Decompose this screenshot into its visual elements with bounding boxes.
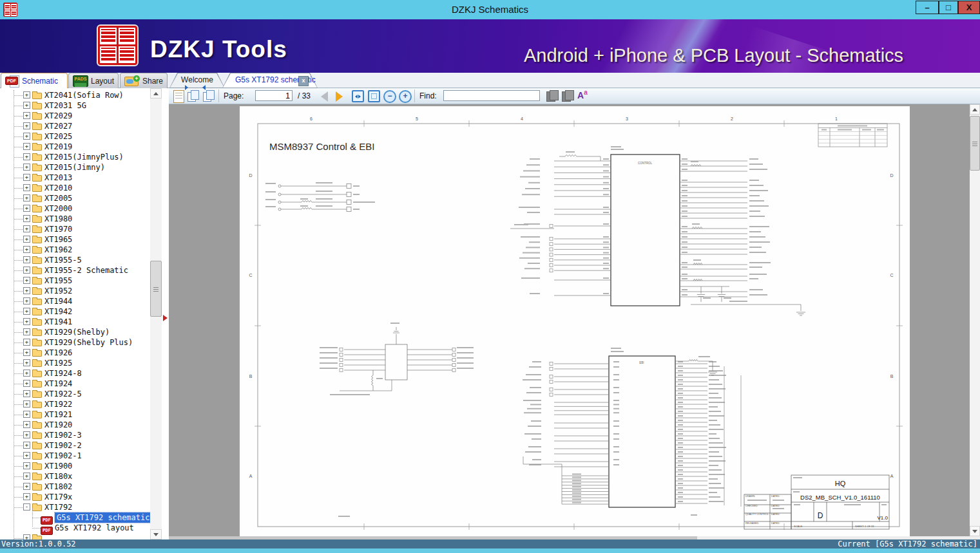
scroll-down-icon[interactable]	[150, 529, 162, 539]
fit-page-icon[interactable]	[368, 90, 380, 102]
tree-item-folder[interactable]: +XT1900	[0, 461, 150, 471]
expand-icon[interactable]: +	[23, 153, 30, 160]
tree-item-folder[interactable]: +XT2010	[0, 183, 150, 193]
tree-item-folder[interactable]: +XT1955-5	[0, 255, 150, 265]
expand-icon[interactable]: +	[23, 287, 30, 294]
expand-icon[interactable]: +	[23, 236, 30, 243]
expand-icon[interactable]: +	[23, 205, 30, 212]
tab-schematic[interactable]: PDF Schematic	[1, 73, 68, 88]
tree-item-folder[interactable]: +XT2019	[0, 142, 150, 152]
expand-icon[interactable]: +	[23, 442, 30, 449]
tree-item-folder[interactable]: +XT1944	[0, 296, 150, 306]
tree-item-folder[interactable]: +XT1902-1	[0, 451, 150, 461]
maximize-button[interactable]: □	[939, 1, 958, 14]
expand-icon[interactable]: +	[23, 122, 30, 129]
tree-item-folder[interactable]: +XT1925	[0, 358, 150, 368]
expand-icon[interactable]: +	[23, 493, 30, 500]
expand-icon[interactable]: +	[23, 215, 30, 222]
expand-icon[interactable]: +	[23, 349, 30, 356]
expand-icon[interactable]: +	[23, 246, 30, 253]
tree-item-folder[interactable]: +XT2025	[0, 131, 150, 142]
expand-icon[interactable]: +	[23, 133, 30, 140]
find-input[interactable]	[443, 90, 540, 101]
tree-item-folder[interactable]: +XT1962	[0, 245, 150, 255]
tree-item-folder[interactable]: +XT1902-2	[0, 440, 150, 451]
expand-icon[interactable]: +	[23, 339, 30, 346]
fit-width-icon[interactable]	[352, 90, 364, 102]
expand-icon[interactable]: +	[23, 421, 30, 428]
tree-item-folder[interactable]: +XT2029	[0, 111, 150, 121]
tree-item-folder[interactable]: +XT1922	[0, 399, 150, 409]
tree-item-folder[interactable]: +XT2027	[0, 121, 150, 131]
tree-item-document[interactable]: PDFG5s XT1792 schematic	[0, 512, 150, 523]
expand-icon[interactable]: +	[23, 318, 30, 325]
tab-layout[interactable]: PADS Layout	[68, 73, 119, 88]
prev-page-icon[interactable]	[321, 91, 328, 102]
expand-icon[interactable]: +	[23, 91, 30, 98]
zoom-in-icon[interactable]: +	[399, 90, 412, 103]
tree-item-folder[interactable]: +XT1929(Shelby Plus)	[0, 337, 150, 348]
tree-item-folder[interactable]: +XT1941	[0, 317, 150, 327]
splitter-collapse-icon[interactable]	[163, 315, 168, 321]
expand-icon[interactable]: +	[23, 380, 30, 387]
close-tab-icon[interactable]: x	[298, 76, 309, 86]
expand-icon[interactable]: +	[23, 411, 30, 418]
expand-icon[interactable]: +	[23, 277, 30, 284]
tree-item-folder[interactable]: +XT1955-2 Schematic	[0, 265, 150, 276]
expand-icon[interactable]: +	[23, 431, 30, 438]
tree-item-folder[interactable]: +XT1922-5	[0, 389, 150, 399]
tree-item-folder[interactable]: +XT1926	[0, 348, 150, 358]
expand-icon[interactable]: +	[23, 174, 30, 181]
main-scrollbar-thumb[interactable]	[970, 116, 980, 171]
expand-icon[interactable]: +	[23, 400, 30, 408]
tree-item-folder[interactable]: +XT1970	[0, 224, 150, 234]
tree-item-folder[interactable]: +XT1952	[0, 286, 150, 296]
expand-icon[interactable]: +	[23, 256, 30, 263]
expand-icon[interactable]: +	[23, 112, 30, 119]
tree-item-folder[interactable]: -XT1792	[0, 502, 150, 512]
tree-item-folder[interactable]: +XT179x	[0, 492, 150, 502]
tree-item-folder[interactable]: +XT1920	[0, 420, 150, 430]
tree-item-folder[interactable]: +XT1924-8	[0, 368, 150, 379]
expand-icon[interactable]: +	[23, 390, 30, 397]
scroll-up-icon[interactable]	[970, 104, 980, 115]
zoom-out-icon[interactable]: −	[383, 90, 396, 103]
schematic-page[interactable]: 654321DDCCBBAAMSM8937 Control & EBICONTR…	[240, 106, 910, 536]
expand-icon[interactable]: +	[23, 164, 30, 171]
expand-icon[interactable]: +	[23, 534, 30, 539]
expand-icon[interactable]: +	[23, 102, 30, 109]
expand-icon[interactable]: +	[23, 184, 30, 191]
doc-tab-current[interactable]: G5s XT1792 schematic x	[222, 73, 318, 88]
expand-icon[interactable]: +	[23, 194, 30, 202]
tree-item-folder[interactable]: +XT2000	[0, 203, 150, 214]
expand-icon[interactable]: +	[23, 143, 30, 150]
tree-item-folder[interactable]: +XT2031 5G	[0, 100, 150, 111]
tree-item-folder[interactable]: +XT1955	[0, 276, 150, 286]
next-page-icon[interactable]	[336, 91, 343, 102]
tree-item-folder[interactable]: +XT1802	[0, 482, 150, 492]
scroll-up-icon[interactable]	[150, 88, 162, 98]
expand-icon[interactable]: -	[23, 503, 30, 511]
tree-item-folder[interactable]: +XT2005	[0, 193, 150, 203]
page-thumbnail-icon[interactable]	[173, 90, 184, 103]
tree-item-folder[interactable]: +XT180x	[0, 471, 150, 482]
page-number-input[interactable]	[255, 90, 293, 101]
tab-share[interactable]: + Share	[120, 73, 168, 88]
expand-icon[interactable]: +	[23, 308, 30, 315]
tree-item-folder[interactable]: +XT1929(Shelby)	[0, 327, 150, 337]
expand-icon[interactable]: +	[23, 483, 30, 490]
expand-icon[interactable]: +	[23, 267, 30, 274]
tree-item-folder[interactable]: +	[0, 533, 150, 539]
expand-icon[interactable]: +	[23, 370, 30, 377]
tree-item-folder[interactable]: +XT1924	[0, 379, 150, 389]
expand-icon[interactable]: +	[23, 452, 30, 459]
tree-item-folder[interactable]: +XT1942	[0, 306, 150, 317]
main-scrollbar[interactable]	[970, 104, 980, 536]
doc-tab-welcome[interactable]: Welcome	[169, 73, 225, 88]
tree-item-folder[interactable]: +XT1965	[0, 234, 150, 245]
close-button[interactable]: X	[958, 1, 980, 14]
tree-item-folder[interactable]: +XT1921	[0, 409, 150, 420]
tree-item-folder[interactable]: +XT1980	[0, 214, 150, 224]
expand-icon[interactable]: +	[23, 462, 30, 469]
expand-icon[interactable]: +	[23, 297, 30, 305]
